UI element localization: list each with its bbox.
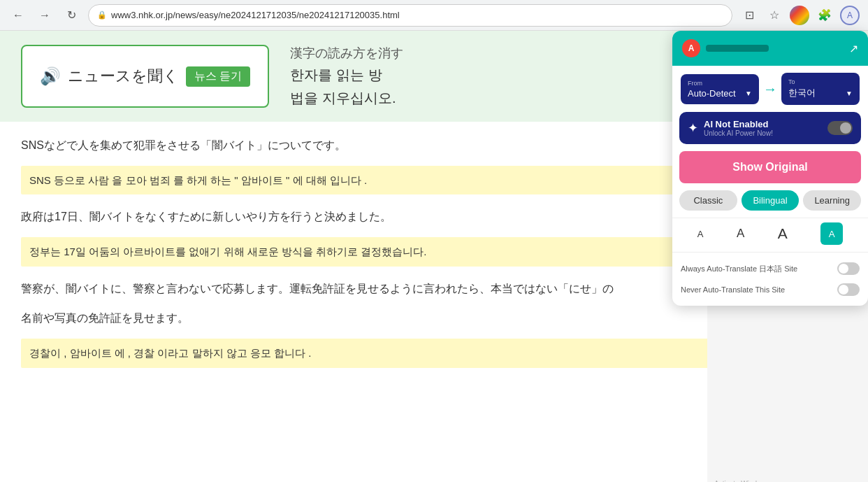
to-value: 한국어 ▼ [788,87,853,99]
font-size-active-button[interactable]: A [820,222,843,245]
popup-title-bar [706,45,769,52]
language-selectors: From Auto-Detect ▼ → To 한국어 ▼ [672,66,868,112]
activate-windows-text: Activate WindowsGo to Settings to activa… [714,479,793,482]
ai-not-enabled-label: AI Not Enabled [704,119,773,129]
kanji-jp-text: 漢字の読み方を消す [290,45,403,62]
never-auto-translate-row: Never Auto-Translate This Site [681,279,860,300]
profile-icon[interactable]: A [840,6,860,25]
lock-icon: 🔒 [97,10,107,20]
never-auto-translate-knob [839,285,848,295]
banner-jp-text: ニュースを聞く [68,66,179,87]
screenshot-button[interactable]: ⊡ [739,6,759,25]
font-size-active-indicator: A [820,222,843,245]
export-button[interactable]: ↗ [849,42,858,55]
ai-toggle-knob [840,122,851,134]
never-auto-translate-toggle[interactable] [837,283,860,296]
popup-header-left: A [682,39,769,57]
browser-actions: ⊡ ☆ 🧩 A [739,6,860,25]
address-bar[interactable]: 🔒 www3.nhk.or.jp/news/easy/ne20241217120… [88,4,732,27]
forward-button[interactable]: → [35,6,55,25]
to-dropdown-arrow: ▼ [846,90,853,97]
font-size-medium-button[interactable]: A [737,227,744,241]
tab-learning[interactable]: Learning [803,190,861,211]
auto-translate-section: Always Auto-Translate 日本語 Site Never Aut… [672,252,868,306]
tab-classic[interactable]: Classic [679,190,737,211]
always-auto-translate-row: Always Auto-Translate 日本語 Site [681,258,860,279]
to-label: To [788,78,853,85]
font-size-small-button[interactable]: A [697,229,704,239]
to-language-select[interactable]: To 한국어 ▼ [781,73,860,105]
ai-unlock-label: Unlock AI Power Now! [704,129,773,137]
swap-languages-icon[interactable]: → [763,81,777,97]
ai-toggle-text: AI Not Enabled Unlock AI Power Now! [704,119,773,137]
main-content: 🔊 ニュースを聞く 뉴스 듣기 漢字の読み方を消す 한자를 읽는 방 법을 지우… [0,31,868,482]
show-original-button[interactable]: Show Original [679,151,861,183]
chrome-extension-icon[interactable] [790,6,809,25]
popup-header: A ↗ [672,31,868,66]
tab-bilingual[interactable]: Bilingual [742,190,800,211]
font-size-row: A A A A [672,218,868,252]
font-size-large-button[interactable]: A [778,225,788,242]
reload-button[interactable]: ↻ [62,6,81,25]
from-value: Auto-Detect ▼ [688,88,752,99]
from-dropdown-arrow: ▼ [745,90,752,97]
sparkle-icon: ✦ [688,120,698,136]
always-auto-translate-knob [839,264,848,274]
back-button[interactable]: ← [8,6,28,25]
never-auto-translate-label: Never Auto-Translate This Site [681,285,785,294]
puzzle-button[interactable]: 🧩 [815,6,834,25]
bookmark-button[interactable]: ☆ [765,6,784,25]
kanji-korean-text2: 법을 지우십시오. [290,89,396,108]
listen-news-box[interactable]: 🔊 ニュースを聞く 뉴스 듣기 [21,45,269,108]
mode-tabs: Classic Bilingual Learning [672,190,868,218]
ai-toggle-left: ✦ AI Not Enabled Unlock AI Power Now! [688,119,773,137]
from-language-select[interactable]: From Auto-Detect ▼ [681,74,759,104]
translator-popup: A ↗ From Auto-Detect ▼ → To 한국어 ▼ [672,31,868,306]
always-auto-translate-toggle[interactable] [837,262,860,275]
from-label: From [688,80,752,87]
speaker-icon: 🔊 [40,66,61,86]
kanji-korean-text1: 한자를 읽는 방 [290,66,382,85]
ai-toggle-row: ✦ AI Not Enabled Unlock AI Power Now! [679,112,861,144]
url-text: www3.nhk.or.jp/news/easy/ne2024121712035… [111,10,400,20]
browser-toolbar: ← → ↻ 🔒 www3.nhk.or.jp/news/easy/ne20241… [0,0,868,31]
banner-btn[interactable]: 뉴스 듣기 [186,66,250,87]
ai-toggle-switch[interactable] [827,121,853,135]
always-auto-translate-label: Always Auto-Translate 日本語 Site [681,264,797,274]
avatar: A [682,39,700,57]
